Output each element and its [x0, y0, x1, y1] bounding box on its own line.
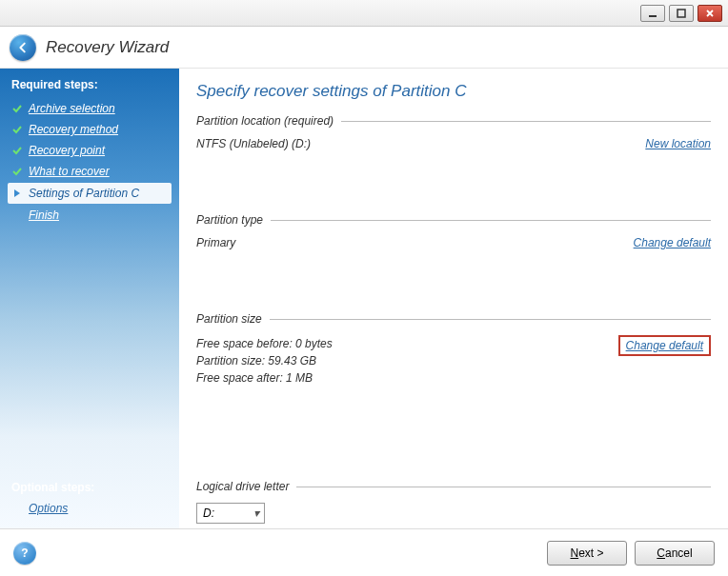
step-link[interactable]: Recovery point	[29, 144, 105, 157]
wizard-header: Recovery Wizard	[0, 27, 728, 69]
partition-location-heading: Partition location (required)	[196, 114, 711, 128]
footer: ? Next > Cancel	[0, 528, 728, 576]
step-link[interactable]: Finish	[29, 209, 59, 222]
drive-letter-select[interactable]: D: ▾	[196, 503, 265, 524]
step-label: Settings of Partition C	[29, 187, 139, 200]
drive-letter-value: D:	[203, 506, 214, 520]
help-button[interactable]: ?	[13, 542, 36, 565]
change-default-type-link[interactable]: Change default	[634, 236, 711, 249]
cancel-button[interactable]: Cancel	[635, 541, 715, 566]
help-icon: ?	[21, 546, 28, 560]
partition-type-heading: Partition type	[196, 213, 711, 227]
sidebar-step-archive-selection[interactable]: Archive selection	[8, 99, 172, 118]
partition-type-value: Primary	[196, 236, 235, 249]
step-link[interactable]: Archive selection	[29, 102, 115, 115]
change-default-size-highlight: Change default	[618, 335, 711, 356]
free-space-after: Free space after: 1 MB	[196, 369, 333, 387]
sidebar-step-settings-partition-c: Settings of Partition C	[8, 183, 172, 204]
chevron-down-icon: ▾	[249, 506, 264, 520]
close-button[interactable]	[698, 5, 722, 22]
required-steps-heading: Required steps:	[8, 78, 172, 91]
svg-rect-0	[649, 15, 657, 17]
logical-drive-letter-heading: Logical drive letter	[196, 480, 711, 493]
partition-size-value: Partition size: 59.43 GB	[196, 352, 333, 369]
current-arrow-icon	[11, 188, 23, 199]
minimize-button[interactable]	[640, 5, 665, 22]
optional-steps-heading: Optional steps:	[8, 481, 172, 494]
svg-rect-1	[677, 10, 685, 17]
back-button[interactable]	[10, 34, 36, 61]
maximize-button[interactable]	[669, 5, 694, 22]
partition-size-info: Free space before: 0 bytes Partition siz…	[196, 335, 333, 387]
step-link[interactable]: What to recover	[29, 165, 110, 178]
optional-steps: Optional steps: Options	[8, 481, 172, 515]
main-panel: Specify recover settings of Partition C …	[179, 69, 728, 528]
step-link[interactable]: Recovery method	[29, 123, 118, 136]
sidebar-step-recovery-method[interactable]: Recovery method	[8, 120, 172, 139]
next-button[interactable]: Next >	[547, 541, 627, 566]
partition-location-value: NTFS (Unlabeled) (D:)	[196, 137, 311, 150]
options-link[interactable]: Options	[8, 502, 172, 515]
titlebar	[0, 0, 728, 27]
check-icon	[11, 166, 23, 177]
free-space-before: Free space before: 0 bytes	[196, 335, 333, 352]
sidebar: Required steps: Archive selection Recove…	[0, 69, 179, 528]
check-icon	[11, 103, 23, 114]
check-icon	[11, 145, 23, 156]
sidebar-step-recovery-point[interactable]: Recovery point	[8, 141, 172, 160]
sidebar-step-finish[interactable]: Finish	[8, 206, 172, 225]
sidebar-step-what-to-recover[interactable]: What to recover	[8, 162, 172, 181]
change-default-size-link[interactable]: Change default	[626, 339, 703, 352]
partition-size-heading: Partition size	[196, 312, 711, 326]
check-icon	[11, 124, 23, 135]
new-location-link[interactable]: New location	[645, 137, 711, 150]
back-arrow-icon	[16, 41, 30, 54]
page-title: Specify recover settings of Partition C	[196, 82, 711, 101]
wizard-title: Recovery Wizard	[46, 38, 169, 57]
